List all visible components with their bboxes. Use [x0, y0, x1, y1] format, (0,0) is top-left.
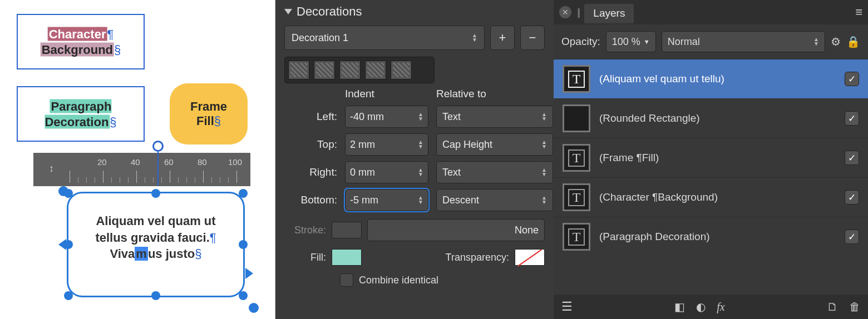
text-line: Aliquam vel quam ut	[96, 214, 215, 228]
layer-row[interactable]: T(Paragraph Decoration)✓	[554, 217, 868, 256]
document-canvas[interactable]: Character¶ Background§ Paragraph Decorat…	[0, 0, 275, 319]
chevrons-icon: ▲▼	[472, 33, 477, 42]
mask-icon[interactable]: ◧	[674, 300, 685, 313]
panel-title: Decorations	[297, 4, 362, 19]
text-frame-character-background[interactable]: Character¶ Background§	[17, 14, 145, 69]
top-indent-input[interactable]: 2 mm▲▼	[345, 133, 428, 156]
fill-label: Fill:	[284, 252, 326, 263]
pilcrow-icon: ¶	[210, 231, 216, 245]
gear-icon[interactable]: ⚙	[831, 35, 841, 48]
edge-swatch[interactable]	[339, 61, 361, 79]
layer-name: (Frame ¶Fill)	[599, 152, 836, 164]
tab-layers[interactable]: Layers	[584, 4, 634, 24]
left-label: Left:	[284, 111, 337, 123]
new-layer-icon[interactable]: 🗋	[827, 301, 838, 313]
layer-name: (Rounded Rectangle)	[599, 112, 836, 124]
decoration-select[interactable]: Decoration 1 ▲▼	[284, 26, 485, 50]
layer-visibility-checkbox[interactable]: ✓	[845, 190, 859, 205]
layer-visibility-checkbox[interactable]: ✓	[845, 230, 859, 244]
layer-name: (Aliquam vel quam ut tellu)	[599, 73, 836, 85]
text-frame-paragraph-decoration[interactable]: Paragraph Decoration§	[17, 86, 145, 142]
adjustment-icon[interactable]: ◐	[696, 300, 706, 313]
fx-icon[interactable]: fx	[717, 301, 724, 313]
close-icon[interactable]: ✕	[559, 6, 571, 18]
text-layer-icon: T	[568, 149, 585, 167]
frame-text[interactable]: Aliquam vel quam ut tellus gravida fauci…	[68, 213, 243, 262]
right-indent-input[interactable]: 0 mm▲▼	[345, 161, 428, 183]
opacity-value: 100 %	[612, 36, 640, 48]
opacity-input[interactable]: 100 %▼	[606, 31, 656, 52]
top-value: 2 mm	[350, 139, 375, 151]
right-label: Right:	[284, 166, 337, 178]
text-character: Character	[48, 27, 107, 41]
stroke-label: Stroke:	[284, 225, 326, 236]
text-layer-icon: T	[568, 189, 585, 206]
stroke-style-select[interactable]: None	[367, 219, 545, 241]
layers-panel: ✕ || Layers ≡ Opacity: 100 %▼ Normal▲▼ ⚙…	[554, 0, 868, 319]
text-line: Viva	[110, 247, 135, 261]
left-indent-input[interactable]: -40 mm▲▼	[345, 106, 428, 128]
lock-icon[interactable]: 🔒	[846, 35, 860, 48]
selected-text-frame[interactable]: Aliquam vel quam ut tellus gravida fauci…	[67, 192, 245, 297]
layer-thumbnail: T	[563, 223, 590, 251]
relative-heading: Relative to	[436, 88, 553, 100]
layers-list[interactable]: T(Aliquam vel quam ut tellu)✓(Rounded Re…	[554, 59, 868, 295]
edge-swatch[interactable]	[314, 61, 335, 79]
layers-stack-icon[interactable]: ☰	[561, 300, 573, 314]
transparency-label: Transparency:	[446, 252, 509, 263]
layer-row[interactable]: T(Character ¶Background)✓	[554, 177, 868, 217]
layer-row[interactable]: T(Aliquam vel quam ut tellu)✓	[554, 59, 868, 98]
ruler-marker[interactable]	[152, 141, 164, 152]
bottom-indent-input[interactable]: -5 mm▲▼	[345, 189, 428, 211]
layer-visibility-checkbox[interactable]: ✓	[845, 111, 859, 126]
left-relative-select[interactable]: Text▲▼	[436, 106, 553, 128]
transparency-swatch[interactable]	[515, 249, 545, 266]
edge-swatch[interactable]	[391, 61, 412, 79]
right-value: 0 mm	[350, 167, 375, 178]
pilcrow-icon: ¶	[107, 27, 114, 41]
shape-frame-fill[interactable]: Frame Fill§	[170, 83, 248, 144]
tab-label: Layers	[593, 7, 625, 19]
remove-decoration-button[interactable]: −	[520, 26, 545, 50]
dock-grip-icon[interactable]: ||	[577, 7, 579, 18]
blend-value: Normal	[668, 36, 700, 48]
add-decoration-button[interactable]: +	[490, 26, 515, 50]
bottom-relative-select[interactable]: Descent▲▼	[436, 189, 553, 211]
bottom-rel-value: Descent	[442, 195, 479, 206]
disclosure-triangle-icon[interactable]	[284, 9, 292, 14]
layer-row[interactable]: T(Frame ¶Fill)✓	[554, 138, 868, 177]
combine-identical-checkbox[interactable]	[340, 273, 353, 287]
panel-tabbar: ✕ || Layers ≡	[554, 0, 868, 24]
fill-swatch[interactable]	[332, 249, 362, 266]
combine-identical-label: Combine identical	[359, 275, 438, 286]
panel-header[interactable]: Decorations	[284, 0, 545, 26]
ruler[interactable]: ↕ 20 40 60 80 100	[33, 153, 250, 186]
top-relative-select[interactable]: Cap Height▲▼	[436, 133, 553, 156]
right-relative-select[interactable]: Text▲▼	[436, 161, 553, 183]
layer-thumbnail: T	[563, 183, 590, 211]
text-paragraph-decoration: Paragraph Decoration	[45, 99, 111, 129]
indent-heading: Indent	[345, 88, 428, 100]
decoration-edge-set[interactable]	[284, 57, 435, 83]
text-line: tellus gravida fauci.	[95, 231, 209, 245]
decorations-panel: Decorations Decoration 1 ▲▼ + − Indent R…	[275, 0, 554, 319]
layers-footer: ☰ ◧ ◐ fx 🗋 🗑	[554, 295, 868, 319]
layer-thumbnail	[563, 104, 590, 132]
trash-icon[interactable]: 🗑	[849, 301, 860, 313]
layer-options-row: Opacity: 100 %▼ Normal▲▼ ⚙ 🔒	[554, 24, 868, 59]
text-layer-icon: T	[568, 71, 585, 88]
layer-visibility-checkbox[interactable]: ✓	[845, 151, 859, 165]
rotation-handle[interactable]	[249, 303, 259, 313]
inflow-icon[interactable]	[58, 239, 66, 250]
rotation-handle[interactable]	[58, 186, 68, 196]
stroke-value: None	[515, 225, 539, 236]
layer-visibility-checkbox[interactable]: ✓	[845, 72, 859, 86]
blend-mode-select[interactable]: Normal▲▼	[662, 31, 825, 52]
layer-name: (Character ¶Background)	[599, 191, 836, 203]
panel-menu-icon[interactable]: ≡	[855, 5, 862, 19]
stroke-swatch[interactable]	[332, 222, 362, 238]
edge-swatch[interactable]	[288, 61, 309, 79]
edge-swatch[interactable]	[365, 61, 386, 79]
layer-row[interactable]: (Rounded Rectangle)✓	[554, 98, 868, 138]
outflow-icon[interactable]	[245, 268, 253, 279]
